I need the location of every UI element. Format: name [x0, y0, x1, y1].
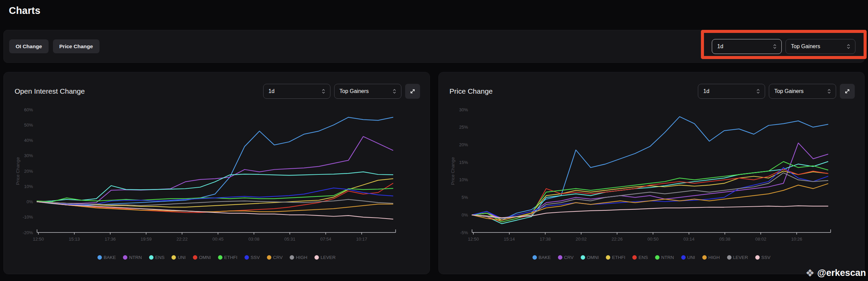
panel-ranking-select[interactable]: Top Gainers: [334, 84, 401, 99]
legend-item-lever: LEVER: [314, 255, 336, 260]
global-controls: 1d Top Gainers: [712, 39, 855, 54]
legend-item-bake: BAKE: [532, 255, 551, 260]
svg-text:Price Change: Price Change: [15, 157, 20, 185]
svg-text:-10%: -10%: [23, 214, 33, 220]
tab-oi-change[interactable]: OI Change: [9, 39, 49, 53]
legend-item-ens: ENS: [632, 255, 648, 260]
series-line-high: [472, 184, 828, 220]
chart-legend: BAKECRVOMNIETHFIENSNTRNUNIHIGHLEVERSSV: [448, 253, 855, 262]
legend-label: SSV: [761, 255, 771, 260]
panel-timeframe-select[interactable]: 1d: [263, 84, 330, 99]
open-interest-change-panel: Open Interest Change 1d Top Gainers: [3, 72, 430, 274]
expand-icon: [844, 88, 850, 94]
svg-text:25%: 25%: [459, 125, 468, 130]
legend-label: CRV: [273, 255, 283, 260]
legend-item-ntrn: NTRN: [123, 255, 142, 260]
chart-legend: BAKENTRNENSUNIOMNIETHFISSVCRVHIGHLEVER: [13, 253, 420, 262]
legend-label: LEVER: [321, 255, 336, 260]
panel-timeframe-value: 1d: [703, 88, 709, 94]
global-timeframe-value: 1d: [717, 43, 723, 50]
page-title: Charts: [9, 4, 865, 17]
legend-label: ENS: [155, 255, 165, 260]
tab-price-change[interactable]: Price Change: [53, 39, 100, 53]
series-line-ens: [37, 172, 393, 202]
svg-text:03:14: 03:14: [683, 237, 694, 242]
svg-text:03:08: 03:08: [248, 237, 259, 242]
legend-dot: [606, 255, 610, 260]
chart-canvas: 30%25%20%15%10%5%0%-5%Price Change12:501…: [448, 100, 855, 251]
legend-item-ethfi: ETHFI: [218, 255, 237, 260]
svg-text:20%: 20%: [24, 169, 33, 174]
svg-text:30%: 30%: [24, 153, 33, 158]
svg-text:05:31: 05:31: [284, 237, 295, 242]
panel-controls: 1d Top Gainers: [698, 84, 855, 99]
legend-dot: [702, 255, 707, 260]
svg-text:12:50: 12:50: [468, 237, 479, 242]
chart-canvas-host: 60%50%40%30%20%10%0%-10%-20%Price Change…: [13, 100, 420, 251]
svg-text:Price Change: Price Change: [450, 157, 455, 185]
legend-dot: [532, 255, 537, 260]
legend-item-ethfi: ETHFI: [606, 255, 625, 260]
svg-text:10%: 10%: [24, 184, 33, 189]
expand-chart-button[interactable]: [405, 84, 420, 99]
svg-text:10:17: 10:17: [356, 237, 367, 242]
svg-text:60%: 60%: [24, 107, 33, 112]
svg-text:07:54: 07:54: [320, 237, 331, 242]
svg-text:22:22: 22:22: [177, 237, 188, 242]
legend-dot: [171, 255, 176, 260]
chevron-up-down-icon: [846, 43, 851, 50]
series-line-ntrn: [37, 136, 393, 203]
chevron-up-down-icon: [827, 88, 831, 94]
expand-chart-button[interactable]: [840, 84, 855, 99]
svg-text:22:26: 22:26: [611, 237, 622, 242]
global-timeframe-select[interactable]: 1d: [712, 39, 782, 54]
legend-dot: [267, 255, 271, 260]
chart-canvas: 60%50%40%30%20%10%0%-10%-20%Price Change…: [13, 100, 420, 251]
svg-text:15:14: 15:14: [504, 237, 515, 242]
panel-timeframe-value: 1d: [269, 88, 275, 94]
legend-item-ssv: SSV: [245, 255, 260, 260]
series-line-ssv: [37, 188, 393, 205]
legend-label: HIGH: [708, 255, 720, 260]
legend-item-omni: OMNI: [581, 255, 599, 260]
legend-label: ETHFI: [224, 255, 237, 260]
svg-text:0%: 0%: [26, 199, 33, 204]
chevron-up-down-icon: [392, 88, 397, 94]
legend-label: LEVER: [733, 255, 748, 260]
svg-text:12:50: 12:50: [33, 237, 44, 242]
legend-item-lever: LEVER: [727, 255, 748, 260]
svg-text:15%: 15%: [459, 160, 468, 165]
legend-item-uni: UNI: [681, 255, 695, 260]
legend-dot: [727, 255, 731, 260]
charts-page: Charts OI Change Price Change 1d Top Gai…: [0, 0, 868, 281]
panel-timeframe-select[interactable]: 1d: [698, 84, 765, 99]
legend-dot: [290, 255, 294, 260]
legend-dot: [149, 255, 153, 260]
chart-canvas-host: 30%25%20%15%10%5%0%-5%Price Change12:501…: [448, 100, 855, 251]
panel-controls: 1d Top Gainers: [263, 84, 420, 99]
legend-dot: [314, 255, 319, 260]
global-ranking-select[interactable]: Top Gainers: [785, 39, 855, 54]
svg-text:40%: 40%: [24, 138, 33, 143]
svg-text:50%: 50%: [24, 123, 33, 128]
panel-ranking-value: Top Gainers: [340, 88, 369, 94]
legend-dot: [97, 255, 102, 260]
series-line-bake: [37, 117, 393, 206]
legend-dot: [218, 255, 222, 260]
legend-item-crv: CRV: [267, 255, 283, 260]
panel-title: Open Interest Change: [15, 87, 85, 95]
legend-label: OMNI: [587, 255, 599, 260]
legend-dot: [755, 255, 760, 260]
svg-text:00:50: 00:50: [647, 237, 658, 242]
legend-label: NTRN: [129, 255, 142, 260]
chevron-up-down-icon: [321, 88, 326, 94]
svg-text:20:02: 20:02: [576, 237, 587, 242]
expand-icon: [410, 88, 416, 94]
legend-label: UNI: [178, 255, 185, 260]
svg-text:17:36: 17:36: [105, 237, 116, 242]
legend-item-ntrn: NTRN: [655, 255, 674, 260]
svg-text:5%: 5%: [462, 195, 468, 200]
legend-label: HIGH: [296, 255, 307, 260]
panel-ranking-select[interactable]: Top Gainers: [769, 84, 836, 99]
chevron-up-down-icon: [773, 43, 777, 50]
